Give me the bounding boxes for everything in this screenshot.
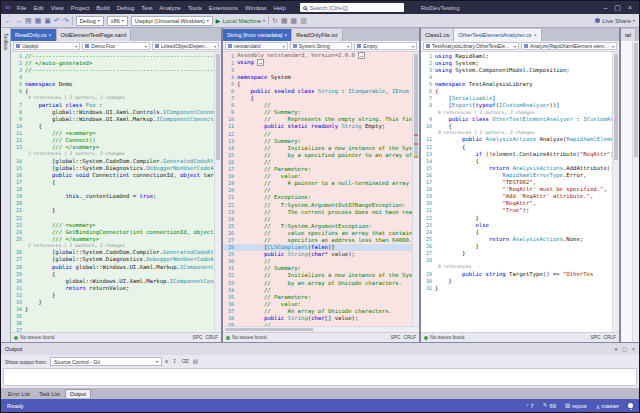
code-line: 10 // Represents the empty string. This … <box>223 116 412 123</box>
nav-dropdown[interactable]: Uwpkpi▾ <box>13 42 80 50</box>
status-item-69[interactable]: ✎69 <box>543 403 556 409</box>
nav-dropdown[interactable]: Demo.Foo▾ <box>82 42 149 50</box>
code-editor[interactable]: 1//-------------------------------------… <box>11 52 221 332</box>
output-tool-icon[interactable]: ⌫ <box>181 359 189 365</box>
editor-status-item[interactable]: SPC <box>391 335 401 340</box>
close-icon[interactable]: × <box>284 32 287 38</box>
live-share-button[interactable]: Live Share ▾ <box>595 18 635 24</box>
output-content[interactable] <box>3 368 637 386</box>
toolbar-icon[interactable]: → <box>15 17 22 24</box>
symbol-icon <box>426 44 430 48</box>
menu-help[interactable]: Help <box>270 4 288 12</box>
close-button[interactable]: × <box>628 4 632 11</box>
editor-status-item[interactable]: SPC <box>591 335 601 340</box>
tab-string-from-metadata[interactable]: String [from metadata]× <box>223 29 292 41</box>
status-item-master[interactable]: Ymaster <box>596 403 619 409</box>
editor-status-item[interactable]: CRLF <box>403 335 416 340</box>
health-label[interactable]: No issues found <box>430 335 464 340</box>
menu-project[interactable]: Project <box>68 4 93 12</box>
toolbar-icon[interactable]: ↻ <box>272 17 278 24</box>
panel-tab-output[interactable]: Output <box>65 389 91 398</box>
toolbar-icon[interactable]: ▥ <box>300 17 307 24</box>
editor-status-item[interactable]: CRLF <box>603 335 616 340</box>
menu-tools[interactable]: Tools <box>185 4 205 12</box>
scrollbar-thumb[interactable] <box>614 54 618 160</box>
menu-file[interactable]: File <box>14 4 30 12</box>
line-number: 4 <box>223 74 237 80</box>
close-icon[interactable]: × <box>49 32 52 38</box>
tab-tal[interactable]: tal <box>621 29 636 41</box>
nav-dropdown[interactable]: netstandard▾ <box>225 42 288 50</box>
scrollbar-thumb[interactable] <box>414 54 418 158</box>
output-panel-titlebar[interactable]: Output ▾▢× <box>1 343 639 355</box>
editor-status-item[interactable]: CRLF <box>205 335 218 340</box>
start-debug-button[interactable]: ▶ Local Machine ▾ <box>216 17 265 24</box>
maximize-button[interactable]: ▢ <box>614 4 621 11</box>
output-window-button[interactable]: × <box>632 347 635 352</box>
nav-dropdown[interactable]: Empty▾ <box>354 42 417 50</box>
nav-dropdown[interactable]: TestAnalysisLibrary.OtherTestElementAnal… <box>423 42 519 50</box>
tab-readonly-cs[interactable]: ReadOnly.cs× <box>11 29 57 41</box>
toolbar-icon[interactable]: ↷ <box>63 17 69 24</box>
toolbar-icon[interactable]: ← <box>5 17 12 24</box>
toolbar-combo-debug[interactable]: Debug▾ <box>76 16 104 26</box>
nav-dropdown[interactable]: Analyze(RapidXamlElement element)▾ <box>521 42 617 50</box>
scrollbar-vertical[interactable] <box>632 41 639 342</box>
scrollbar-horizontal[interactable] <box>223 326 419 332</box>
search-box[interactable]: Search (Ctrl+Q) <box>300 3 404 12</box>
code-line: 12 /// Connect() <box>11 137 214 144</box>
menu-view[interactable]: View <box>48 4 67 12</box>
toolbar-icon[interactable]: ▤ <box>25 17 32 24</box>
output-tool-icon[interactable]: ↧ <box>172 359 177 365</box>
nav-dropdown[interactable]: LinkedObjectDependenci▾ <box>152 42 219 50</box>
toolbar-combo-uwpkpi-universal-windows[interactable]: Uwpkpi (Universal Windows)▾ <box>131 16 213 26</box>
output-window-button[interactable]: ▾ <box>615 347 618 352</box>
menu-debug[interactable]: Debug <box>114 4 138 12</box>
minimize-button[interactable]: – <box>603 4 607 11</box>
line-number: 21 <box>421 207 435 213</box>
panel-tab-task-list[interactable]: Task List <box>35 390 64 398</box>
output-source-dropdown[interactable]: Source Control - Git ▾ <box>50 357 162 366</box>
line-number: 2 <box>223 60 237 66</box>
menu-edit[interactable]: Edit <box>30 4 46 12</box>
code-editor[interactable]: 1using RapidXaml;2using System;3using Sy… <box>421 52 619 332</box>
scrollbar-vertical[interactable] <box>612 52 619 332</box>
toolbar-icon[interactable]: ↶ <box>54 17 60 24</box>
scrollbar-thumb[interactable] <box>216 54 220 160</box>
status-item-7[interactable]: ↑7 <box>526 403 534 409</box>
menu-extensions[interactable]: Extensions <box>206 4 241 12</box>
tab-readonlyfile-txt[interactable]: ReadOnlyFile.txt <box>292 29 342 41</box>
health-label[interactable]: No issues found <box>232 335 266 340</box>
toolbar-separator <box>268 16 269 25</box>
health-label[interactable]: No issues found <box>20 335 54 340</box>
tab-class1-cs[interactable]: Class1.cs <box>421 29 454 41</box>
notifications-bell-icon[interactable] <box>628 403 633 408</box>
scrollbar-thumb[interactable] <box>225 328 313 331</box>
panel-tab-error-list[interactable]: Error List <box>4 390 34 398</box>
scrollbar-vertical[interactable] <box>412 52 419 326</box>
nav-dropdown[interactable]: System.String▾ <box>290 42 353 50</box>
toolbox-tab[interactable]: Toolbox <box>1 28 11 342</box>
scrollbar-thumb[interactable] <box>634 43 638 157</box>
output-window-button[interactable]: ▢ <box>622 347 627 352</box>
menu-build[interactable]: Build <box>93 4 112 12</box>
tab-oldelementtestpage-xaml[interactable]: OldElementTestPage.xaml <box>57 29 132 41</box>
toolbar-icon[interactable]: ▣ <box>44 17 51 24</box>
editor-status-item[interactable]: SPC <box>193 335 203 340</box>
toolbar-icon[interactable]: ▦ <box>281 17 288 24</box>
menu-test[interactable]: Test <box>138 4 155 12</box>
toolbar-icon[interactable]: ▦ <box>35 17 42 24</box>
close-icon[interactable]: × <box>534 32 537 38</box>
menu-analyze[interactable]: Analyze <box>156 4 183 12</box>
code-editor[interactable]: 1Assembly netstandard, Version=2.0.0 …2u… <box>223 52 419 326</box>
toolbar-combo-x86[interactable]: x86▾ <box>107 16 128 26</box>
code-editor[interactable] <box>621 41 639 342</box>
status-item-repos[interactable]: ▤repos <box>565 403 587 409</box>
tab-othertestelementanalyzer-cs[interactable]: OtherTestElementAnalyzer.cs× <box>454 29 541 41</box>
output-tool-icon[interactable]: ≡ <box>165 359 168 365</box>
code-line: 25 return AnalysisActions.None; <box>421 235 612 242</box>
output-tool-icon[interactable]: ▤ <box>193 359 198 365</box>
toolbar-icon[interactable]: ▩ <box>291 17 298 24</box>
menu-window[interactable]: Window <box>242 4 269 12</box>
scrollbar-vertical[interactable] <box>214 52 221 332</box>
